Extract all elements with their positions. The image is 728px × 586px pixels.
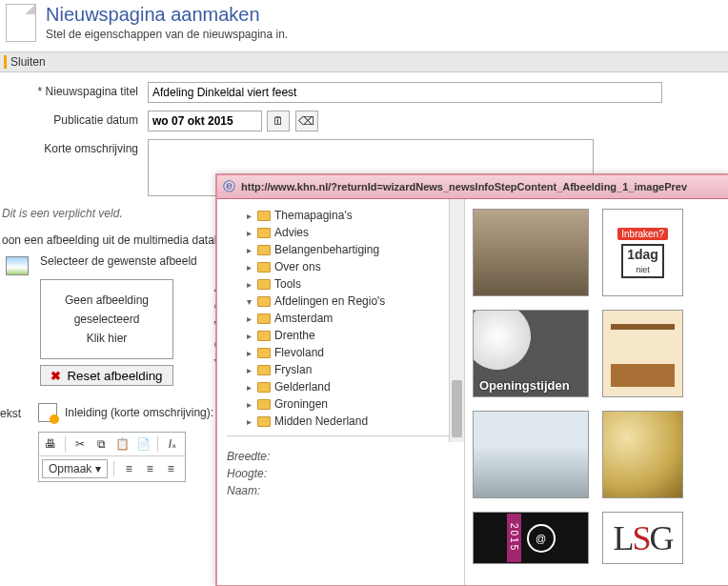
page-title: Nieuwspagina aanmaken	[46, 4, 288, 26]
no-image-line2: geselecteerd	[74, 313, 140, 326]
tree-item-expanded[interactable]: ▾Afdelingen en Regio's	[244, 293, 460, 310]
tree-subitem[interactable]: ▸Drenthe	[244, 327, 460, 344]
close-button[interactable]: Sluiten	[4, 55, 46, 69]
popup-url: http://www.khn.nl/?returnId=wizardNews_n…	[241, 181, 687, 192]
select-image-text: Selecteer de gewenste afbeeld	[40, 254, 197, 268]
no-image-line3: Klik hier	[87, 332, 128, 345]
align-right-icon[interactable]: ≡	[162, 460, 179, 477]
thumb-2015[interactable]: 2015 @	[473, 512, 589, 564]
title-label: Nieuwspagina titel	[0, 82, 148, 98]
paste-text-icon[interactable]: 📄	[134, 435, 152, 453]
format-dropdown[interactable]: Opmaak ▾	[42, 459, 108, 478]
align-left-icon[interactable]: ≡	[120, 460, 137, 477]
image-placeholder[interactable]: Geen afbeelding geselecteerd Klik hier	[40, 279, 173, 359]
folder-tree: ▸Themapagina's ▸Advies ▸Belangenbehartig…	[227, 207, 460, 430]
cut-icon[interactable]: ✂	[71, 435, 89, 453]
tree-item[interactable]: ▸Over ons	[244, 258, 460, 275]
thumb-lsg[interactable]: LSG	[602, 512, 683, 564]
image-browser-popup: ⓔ http://www.khn.nl/?returnId=wizardNews…	[215, 173, 728, 586]
paste-icon[interactable]: 📋	[113, 435, 131, 453]
calendar-icon[interactable]: 🗓	[267, 111, 290, 131]
shortdesc-label: Korte omschrijving	[0, 139, 148, 155]
tree-subitem[interactable]: ▸Flevoland	[244, 344, 460, 361]
inleiding-label: Inleiding (korte omschrijving):	[65, 406, 213, 419]
pubdate-label: Publicatie datum	[0, 111, 148, 127]
rich-text-toolbar: 🖶 ✂ ⧉ 📋 📄 Iₓ Opmaak ▾ ≡ ≡	[38, 432, 186, 482]
thumb-building[interactable]	[473, 411, 589, 498]
tree-subitem[interactable]: ▸Groningen	[244, 395, 460, 413]
clear-format-icon[interactable]: Iₓ	[164, 435, 181, 453]
clear-date-icon[interactable]: ⌫	[295, 111, 318, 131]
chevron-down-icon: ▾	[95, 462, 101, 475]
pubdate-input[interactable]	[148, 111, 262, 131]
print-icon[interactable]: 🖶	[42, 435, 59, 453]
tree-item[interactable]: ▸Advies	[244, 224, 460, 241]
meta-breedte: Breedte:	[227, 450, 460, 463]
no-image-line1: Geen afbeelding	[65, 293, 149, 307]
ie-icon: ⓔ	[223, 178, 235, 195]
thumb-openingstijden[interactable]: Openingstijden	[473, 310, 589, 397]
copy-icon[interactable]: ⧉	[92, 435, 110, 453]
close-icon: ✖	[51, 369, 61, 383]
document-icon	[38, 403, 57, 422]
meta-hoogte: Hoogte:	[227, 467, 460, 480]
title-input[interactable]	[148, 82, 662, 103]
page-icon	[6, 4, 36, 42]
tree-subitem[interactable]: ▸Gelderland	[244, 378, 460, 395]
reset-image-label: Reset afbeelding	[67, 369, 162, 383]
tree-subitem[interactable]: ▸Amsterdam	[244, 310, 460, 327]
tree-item[interactable]: ▸Belangenbehartiging	[244, 241, 460, 258]
align-center-icon[interactable]: ≡	[141, 460, 158, 477]
reset-image-button[interactable]: ✖ Reset afbeelding	[40, 365, 173, 386]
tree-scrollbar[interactable]	[449, 199, 464, 442]
tree-subitem[interactable]: ▸Midden Nederland	[244, 413, 460, 430]
tekst-section-label: ekst	[0, 403, 38, 420]
tree-item[interactable]: ▸Themapagina's	[244, 207, 460, 224]
toolbar: Sluiten	[0, 51, 728, 72]
thumb-inbraken[interactable]: Inbraken? 1dagniet	[602, 209, 683, 296]
tree-subitem[interactable]: ▸Fryslan	[244, 361, 460, 378]
thumb-coins[interactable]	[602, 411, 683, 498]
page-subtitle: Stel de eigenschappen van de nieuwspagin…	[46, 28, 288, 41]
thumb-group-photo[interactable]	[473, 209, 589, 296]
meta-naam: Naam:	[227, 484, 460, 497]
thumb-bar[interactable]	[602, 310, 683, 397]
tree-item[interactable]: ▸Tools	[244, 275, 460, 293]
landscape-icon	[6, 256, 29, 275]
